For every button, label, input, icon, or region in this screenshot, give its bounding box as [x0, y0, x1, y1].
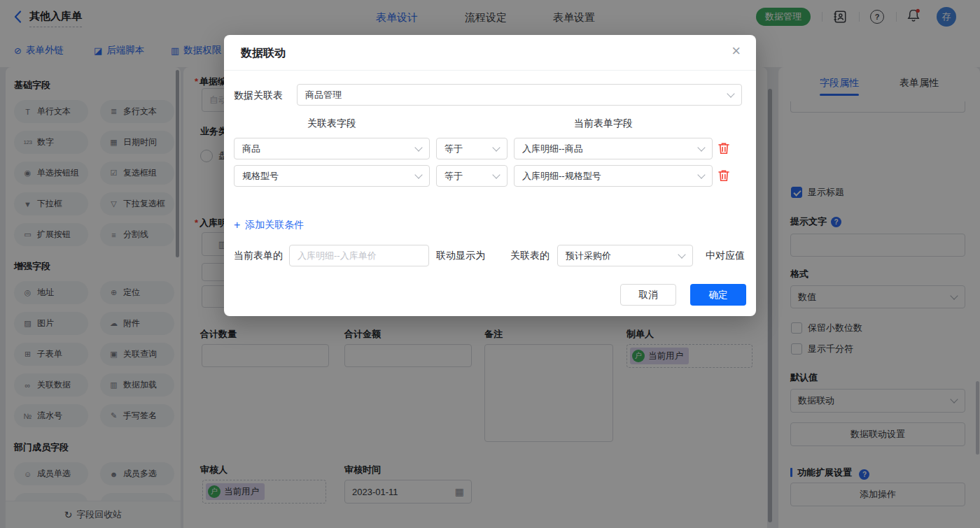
add-condition-link[interactable]: + 添加关联条件 — [234, 219, 304, 231]
chevron-down-icon — [414, 143, 422, 151]
relation-table-select[interactable]: 商品管理 — [297, 84, 742, 106]
chevron-down-icon — [492, 143, 500, 151]
confirm-button[interactable]: 确定 — [690, 284, 746, 306]
operator-select[interactable]: 等于 — [436, 138, 507, 159]
chevron-down-icon — [727, 90, 734, 97]
relation-field-select[interactable]: 商品 — [234, 138, 430, 159]
modal-title: 数据联动 — [241, 46, 286, 61]
relation-field-header: 关联表字段 — [234, 117, 430, 130]
chevron-down-icon — [678, 250, 685, 258]
chevron-down-icon — [414, 171, 422, 178]
relation-field-select[interactable]: 规格型号 — [234, 165, 430, 187]
corresponding-value-label: 中对应值 — [706, 250, 745, 262]
modal-divider — [224, 70, 756, 71]
data-linkage-modal: 数据联动 × 数据关联表 商品管理 关联表字段 当前表单字段 商品等于入库明细-… — [224, 35, 756, 316]
close-icon[interactable]: × — [732, 43, 741, 59]
relation-table-label: 数据关联表 — [234, 90, 283, 102]
current-form-field-header: 当前表单字段 — [504, 117, 703, 130]
chevron-down-icon — [492, 171, 500, 178]
current-form-field-select[interactable]: 入库明细--规格型号 — [514, 165, 713, 187]
plus-icon: + — [234, 220, 240, 231]
link-display-label: 联动显示为 — [436, 250, 485, 262]
delete-condition-button[interactable] — [718, 142, 729, 157]
chevron-down-icon — [697, 171, 705, 178]
delete-condition-button[interactable] — [718, 169, 729, 184]
target-field-input[interactable]: 入库明细--入库单价 — [289, 245, 429, 266]
current-form-field-select[interactable]: 入库明细--商品 — [514, 138, 713, 159]
cancel-button[interactable]: 取消 — [620, 284, 676, 306]
relation-of-label: 关联表的 — [510, 250, 550, 262]
relation-field-value-select[interactable]: 预计采购价 — [557, 245, 693, 266]
operator-select[interactable]: 等于 — [436, 165, 507, 187]
current-form-of-label: 当前表单的 — [234, 250, 283, 262]
chevron-down-icon — [697, 143, 705, 151]
